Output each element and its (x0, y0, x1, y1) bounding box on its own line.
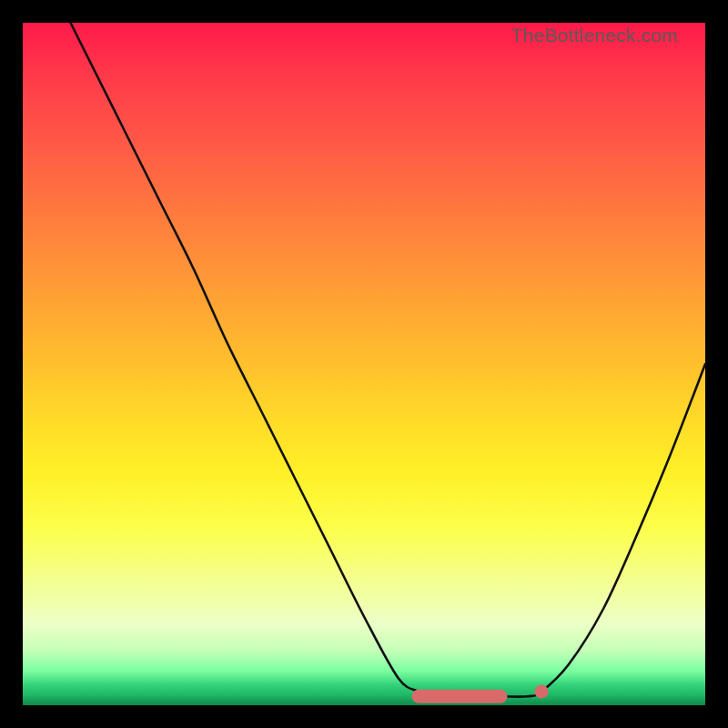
chart-overlay (23, 23, 705, 705)
chart-plot-area: TheBottleneck.com (23, 23, 705, 705)
chart-frame: TheBottleneck.com (0, 0, 728, 728)
optimal-point-marker (535, 685, 549, 699)
bottleneck-curve (71, 23, 706, 697)
